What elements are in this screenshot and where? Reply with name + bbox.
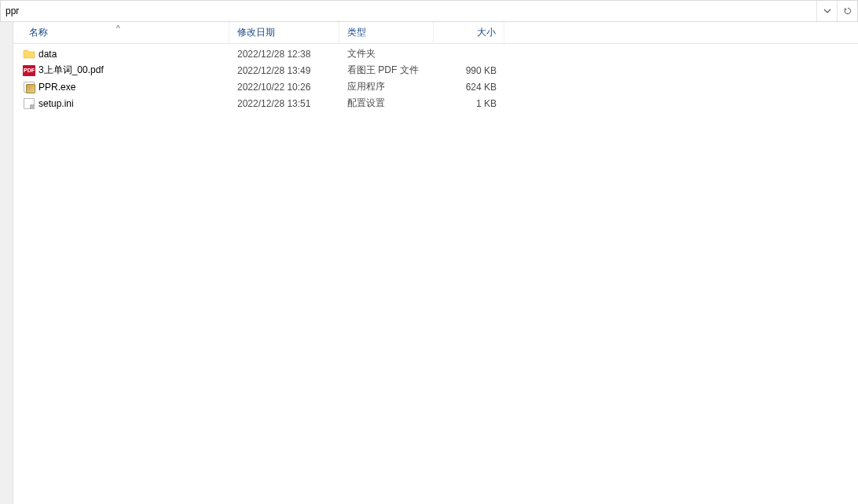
file-type: 应用程序 (339, 79, 434, 95)
navigation-pane[interactable] (0, 22, 13, 504)
file-name: 3上单词_00.pdf (38, 64, 104, 77)
column-header-size[interactable]: 大小 (434, 22, 504, 43)
sort-indicator-icon: ^ (116, 24, 120, 33)
folder-icon (23, 48, 35, 60)
file-row[interactable]: data2022/12/28 12:38文件夹 (13, 46, 858, 62)
main-area: ^ 名称 修改日期 类型 大小 data2022/12/28 12:38文件夹P… (0, 22, 858, 504)
column-header-type[interactable]: 类型 (339, 22, 434, 43)
chevron-down-icon (823, 6, 832, 16)
file-size: 1 KB (434, 95, 504, 111)
file-type: 文件夹 (339, 46, 434, 62)
refresh-icon (843, 6, 852, 16)
file-name: setup.ini (38, 98, 74, 109)
column-headers: 名称 修改日期 类型 大小 (13, 22, 858, 44)
gear-icon (28, 103, 36, 111)
svg-point-0 (30, 104, 35, 109)
refresh-button[interactable] (837, 1, 857, 21)
file-row[interactable]: PDF3上单词_00.pdf2022/12/28 13:49看图王 PDF 文件… (13, 62, 858, 79)
pdf-icon: PDF (23, 65, 35, 76)
column-header-name[interactable]: 名称 (13, 22, 229, 43)
file-name: PPR.exe (38, 82, 75, 93)
file-size: 624 KB (434, 79, 504, 95)
file-size (434, 46, 504, 62)
file-row[interactable]: setup.ini2022/12/28 13:51配置设置1 KB (13, 95, 858, 111)
file-date: 2022/12/28 12:38 (229, 46, 339, 62)
file-type: 看图王 PDF 文件 (339, 62, 434, 79)
application-icon (23, 81, 35, 93)
column-header-date[interactable]: 修改日期 (229, 22, 339, 43)
file-type: 配置设置 (339, 95, 434, 111)
settings-file-icon (23, 97, 35, 110)
file-name: data (38, 49, 57, 60)
file-view: ^ 名称 修改日期 类型 大小 data2022/12/28 12:38文件夹P… (13, 22, 858, 504)
address-input[interactable] (1, 1, 816, 21)
file-size: 990 KB (434, 62, 504, 79)
file-date: 2022/10/22 10:26 (229, 79, 339, 95)
svg-point-1 (31, 105, 33, 107)
file-row[interactable]: PPR.exe2022/10/22 10:26应用程序624 KB (13, 79, 858, 95)
file-date: 2022/12/28 13:51 (229, 95, 339, 111)
file-date: 2022/12/28 13:49 (229, 62, 339, 79)
file-list: data2022/12/28 12:38文件夹PDF3上单词_00.pdf202… (13, 44, 858, 111)
address-bar (0, 0, 858, 22)
history-dropdown-button[interactable] (816, 1, 837, 21)
